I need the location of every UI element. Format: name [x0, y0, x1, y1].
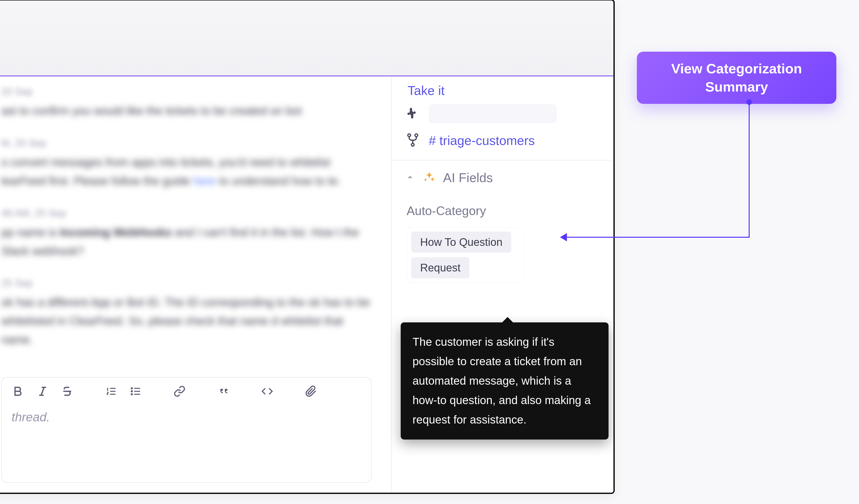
auto-category-tags[interactable]: How To Question Request: [407, 227, 525, 283]
attach-icon[interactable]: [305, 385, 317, 398]
category-tag[interactable]: How To Question: [411, 232, 511, 253]
conversation-column: 20 Sep ast to confirm you would like the…: [0, 76, 392, 493]
callout-connector-vertical: [749, 102, 750, 238]
svg-point-14: [415, 134, 418, 137]
ai-fields-title: AI Fields: [443, 170, 493, 185]
channel-row[interactable]: # triage-customers: [392, 127, 614, 160]
quote-icon[interactable]: [217, 385, 230, 398]
composer-toolbar: [12, 385, 361, 398]
callout-line1: View Categorization: [671, 61, 802, 76]
message-timestamp: M, 20 Sep: [1, 138, 377, 148]
bullet-list-icon[interactable]: [129, 385, 142, 398]
message-body: pp name is Incoming WebHooks and I can't…: [1, 223, 377, 261]
app-window: 20 Sep ast to confirm you would like the…: [0, 0, 615, 494]
strikethrough-icon[interactable]: [61, 385, 74, 398]
fork-icon: [406, 133, 420, 148]
callout-arrowhead: [560, 233, 567, 241]
ordered-list-icon[interactable]: [105, 385, 118, 398]
svg-line-2: [41, 387, 44, 395]
callout-view-categorization-summary: View Categorization Summary: [637, 52, 837, 104]
callout-connector-horizontal: [567, 237, 750, 238]
chevron-up-icon: [405, 172, 416, 184]
message-timestamp: 20 Sep: [1, 86, 377, 97]
composer-placeholder[interactable]: thread.: [12, 410, 361, 424]
message-timestamp: 48 AM, 25 Sep: [1, 208, 377, 219]
message-body: o convert messages from apps into ticket…: [1, 153, 377, 190]
italic-icon[interactable]: [36, 385, 49, 398]
details-sidebar: Take it # triage-customers: [392, 76, 614, 493]
channel-name[interactable]: # triage-customers: [429, 133, 535, 148]
auto-category-label: Auto-Category: [392, 188, 614, 227]
svg-point-15: [411, 143, 414, 146]
workspace-chip[interactable]: [429, 104, 557, 123]
svg-point-12: [131, 394, 133, 395]
categorization-summary-tooltip: The customer is asking if it's possible …: [401, 322, 608, 440]
svg-point-13: [408, 134, 410, 137]
sparkle-icon: [423, 171, 436, 185]
message-body: ok has a different App or Bot ID. The ID…: [1, 293, 377, 349]
bold-icon[interactable]: [12, 385, 25, 398]
reply-composer[interactable]: thread.: [1, 377, 372, 483]
svg-point-10: [131, 388, 133, 389]
workspace-row: [392, 100, 614, 127]
slack-icon: [406, 106, 420, 121]
code-icon[interactable]: [261, 385, 274, 398]
callout-line2: Summary: [705, 79, 768, 95]
app-body: 20 Sep ast to confirm you would like the…: [0, 76, 614, 493]
take-it-link[interactable]: Take it: [392, 76, 614, 100]
ai-fields-section-header[interactable]: AI Fields: [392, 160, 614, 188]
link-icon[interactable]: [173, 385, 186, 398]
message-body: ast to confirm you would like the ticket…: [1, 101, 377, 120]
category-tag[interactable]: Request: [411, 257, 469, 278]
svg-point-11: [131, 391, 133, 392]
message-timestamp: 25 Sep: [1, 278, 377, 289]
window-header-area: [0, 0, 614, 76]
